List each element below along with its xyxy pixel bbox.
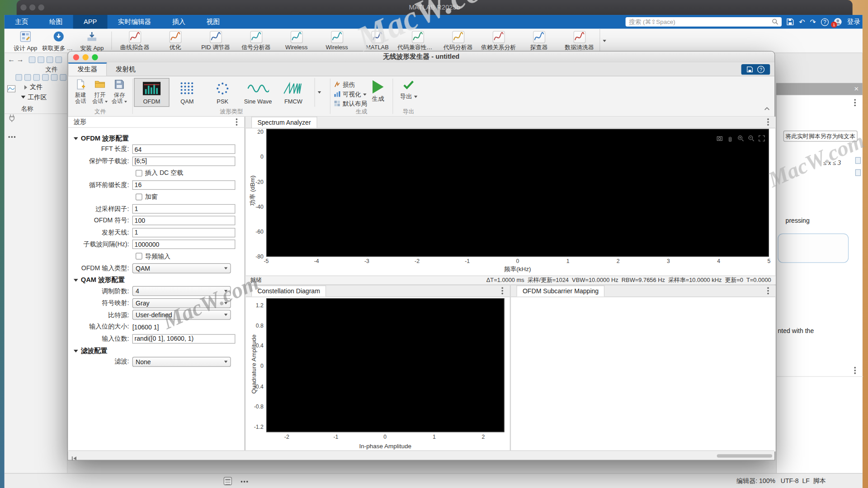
generate-button[interactable]: 生成 — [368, 80, 388, 103]
toolbar-icon[interactable] — [29, 56, 36, 63]
help-icon[interactable]: ? — [821, 18, 829, 26]
toolbar-icon[interactable] — [24, 74, 31, 81]
toolbar-icon[interactable] — [42, 74, 49, 81]
windowing-checkbox[interactable] — [136, 193, 142, 200]
column-header-name[interactable]: 名称 — [21, 104, 33, 113]
toolbar-icon[interactable] — [47, 56, 53, 63]
gallery-dropdown-button[interactable] — [315, 78, 324, 107]
app-tab-transmitter[interactable]: 发射机 — [107, 62, 144, 75]
modulation-order-select[interactable]: 4 — [132, 286, 231, 296]
open-session-button[interactable]: 打开会话 — [91, 79, 109, 104]
toolbar-icon[interactable] — [33, 74, 40, 81]
insert-dc-null-checkbox[interactable] — [136, 170, 142, 177]
toolbar-icon[interactable] — [60, 74, 66, 81]
more-icon[interactable] — [244, 481, 245, 483]
oversampling-factor-input[interactable] — [132, 204, 236, 214]
get-more-apps-button[interactable]: 获取更多 App — [42, 29, 75, 53]
close-window-button[interactable] — [20, 5, 26, 10]
ofdm-symbols-input[interactable] — [132, 216, 236, 225]
fft-length-input[interactable] — [132, 145, 236, 154]
forward-icon[interactable]: → — [17, 55, 24, 63]
export-button[interactable]: 导出 — [393, 76, 424, 101]
pan-icon[interactable] — [727, 134, 734, 144]
tree-item-workspace[interactable]: 工作区 — [28, 94, 47, 102]
panel-menu-icon[interactable] — [767, 121, 769, 123]
document-icon[interactable] — [855, 169, 861, 176]
waveform-type-psk[interactable]: PSK — [205, 78, 240, 107]
app-gallery-item-matlab-coder[interactable]: MATLAB — [357, 29, 397, 53]
panel-menu-icon[interactable] — [854, 102, 856, 103]
panel-menu-icon[interactable] — [854, 370, 856, 371]
design-app-button[interactable]: 设计 App — [9, 29, 42, 53]
more-icon[interactable] — [11, 136, 13, 138]
undo-icon[interactable]: ↶ — [799, 15, 805, 29]
account-avatar[interactable]: 1 — [834, 18, 842, 26]
zoom-in-icon[interactable] — [737, 134, 744, 144]
toolstrip-tab-home[interactable]: 主页 — [5, 15, 39, 29]
script-icon[interactable] — [224, 477, 232, 485]
app-titlebar[interactable]: 无线波形发生器 - untitled — [68, 52, 774, 62]
spectrum-plot-area[interactable] — [266, 129, 769, 257]
pilot-input-checkbox[interactable] — [136, 253, 142, 260]
app-gallery-item-pid-tuner[interactable]: PID 调节器 — [195, 29, 236, 53]
toolbar-icon[interactable] — [51, 74, 58, 81]
sign-in-button[interactable]: 登录 — [847, 17, 860, 27]
app-gallery-item-signal-analyzer[interactable]: 信号分析器 — [236, 29, 276, 53]
panel-menu-icon[interactable] — [767, 290, 769, 292]
zoom-window-button[interactable] — [38, 5, 44, 10]
app-gallery-item-code-analyzer[interactable]: 代码分析器 — [438, 29, 478, 53]
toolbar-icon[interactable] — [38, 56, 44, 63]
ofdm-input-type-select[interactable]: QAM — [132, 263, 231, 273]
toolstrip-tab-view[interactable]: 视图 — [196, 15, 230, 29]
minimize-window-button[interactable] — [29, 5, 35, 10]
gallery-overflow-button[interactable] — [599, 29, 609, 53]
waveform-type-qam[interactable]: QAM — [170, 78, 205, 107]
fit-view-icon[interactable] — [759, 134, 765, 144]
toolstrip-tab-apps[interactable]: APP — [73, 15, 108, 29]
waveform-type-ofdm[interactable]: OFDM — [134, 78, 169, 107]
back-icon[interactable]: ← — [8, 55, 15, 63]
horizontal-scrollbar[interactable] — [717, 454, 772, 457]
cyclic-prefix-length-input[interactable] — [132, 180, 236, 190]
app-gallery-item-profiler[interactable]: 探查器 — [519, 29, 559, 53]
section-header[interactable]: OFDM 波形配置 — [68, 133, 244, 143]
toolstrip-tab-live-editor[interactable]: 实时编辑器 — [108, 15, 162, 29]
app-gallery-item-curve-fitter[interactable]: 曲线拟合器 — [114, 29, 155, 53]
app-gallery-item-code-compatibility-analyzer[interactable]: 代码兼容性分析 — [397, 29, 438, 53]
install-app-button[interactable]: 安装 App — [75, 29, 108, 53]
app-tab-generator[interactable]: 发生器 — [68, 62, 107, 75]
app-gallery-item-wireless-2[interactable]: Wireless — [316, 29, 357, 53]
new-session-button[interactable]: 新建会话 — [71, 79, 90, 104]
section-header[interactable]: QAM 波形配置 — [68, 275, 244, 285]
transmit-antennas-input[interactable] — [132, 228, 236, 237]
waveform-type-sine-wave[interactable]: Sine Wave — [240, 78, 275, 107]
collapse-ribbon-button[interactable] — [764, 103, 770, 113]
app-gallery-item-wireless-1[interactable]: Wireless — [276, 29, 316, 53]
tab-constellation-diagram[interactable]: Constellation Diagram — [251, 286, 326, 296]
guard-band-subcarriers-input[interactable] — [132, 156, 236, 166]
save-session-button[interactable]: 保存会话 — [110, 79, 128, 104]
toolbar-icon[interactable] — [15, 74, 22, 81]
collapse-triangle-icon[interactable] — [24, 85, 27, 90]
save-icon[interactable] — [747, 65, 753, 75]
search-input[interactable]: 搜索 (⌘⇧Space) — [626, 17, 782, 27]
expand-triangle-icon[interactable] — [21, 96, 26, 99]
toolstrip-tab-insert[interactable]: 插入 — [162, 15, 196, 29]
close-icon[interactable]: × — [854, 84, 859, 93]
minimize-button[interactable] — [82, 54, 88, 60]
constellation-plot-area[interactable] — [266, 298, 505, 432]
skip-to-start-icon[interactable] — [71, 453, 77, 463]
waveform-type-fmcw[interactable]: FMCW — [276, 78, 311, 107]
tab-ofdm-subcarrier-mapping[interactable]: OFDM Subcarrier Mapping — [516, 286, 604, 296]
panel-menu-icon[interactable] — [501, 290, 503, 292]
bit-source-select[interactable]: User-defined — [132, 310, 231, 320]
input-bits-input[interactable] — [132, 334, 236, 343]
toolbar-icon[interactable] — [55, 56, 62, 63]
snapshot-icon[interactable] — [716, 134, 723, 144]
save-plain-text-button[interactable]: 将此实时脚本另存为纯文本 — [783, 131, 858, 141]
tab-spectrum-analyzer[interactable]: Spectrum Analyzer — [251, 117, 317, 127]
filtering-select[interactable]: None — [132, 357, 231, 366]
symbol-mapping-select[interactable]: Gray — [132, 298, 231, 308]
zoom-out-icon[interactable] — [748, 134, 755, 144]
panel-menu-icon[interactable] — [236, 121, 238, 123]
